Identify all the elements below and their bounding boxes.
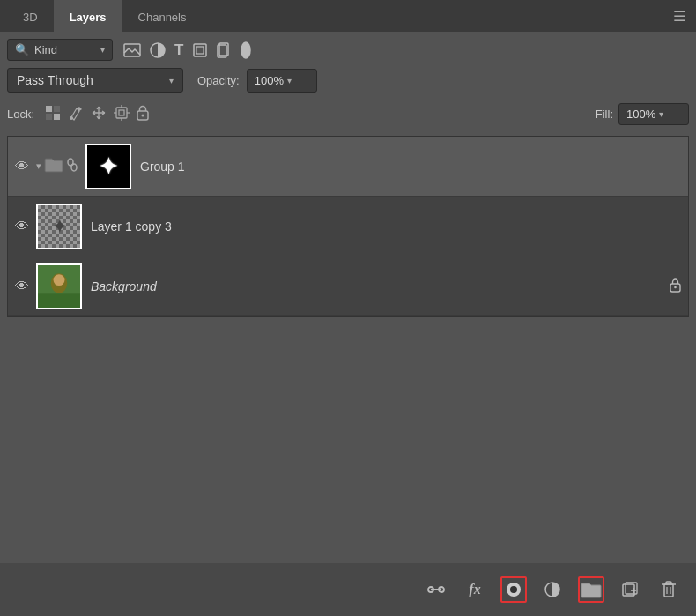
- svg-rect-9: [46, 114, 52, 120]
- blend-mode-arrow: ▾: [169, 76, 174, 85]
- svg-rect-13: [119, 110, 124, 115]
- tab-layers[interactable]: Layers: [54, 0, 122, 32]
- layer-name-group1: Group 1: [140, 160, 681, 174]
- svg-rect-12: [116, 108, 127, 118]
- svg-rect-8: [54, 106, 60, 112]
- visibility-icon-background[interactable]: 👁: [15, 278, 29, 294]
- fill-section: Fill: 100% ▾: [596, 103, 689, 125]
- smart-filter-icon[interactable]: [217, 42, 231, 58]
- layer-thumbnail-group1: ✦: [85, 144, 131, 189]
- fill-label: Fill:: [596, 108, 613, 121]
- new-group-icon[interactable]: [578, 576, 604, 603]
- blend-row: Pass Through ▾ Opacity: 100% ▾: [7, 68, 689, 93]
- chain-link-icon[interactable]: [66, 157, 78, 175]
- svg-rect-10: [54, 114, 60, 120]
- svg-point-11: [70, 116, 73, 120]
- panel-menu-icon[interactable]: ☰: [673, 8, 685, 25]
- lock-row: Lock:: [7, 100, 689, 129]
- layers-panel: 🔍 Kind ▾ T: [0, 32, 696, 317]
- layer-locked-icon: [670, 278, 681, 295]
- expand-arrow-icon[interactable]: ▾: [36, 160, 41, 172]
- lock-paint-icon[interactable]: [68, 105, 84, 123]
- svg-point-19: [142, 115, 144, 117]
- svg-point-28: [674, 286, 677, 288]
- layer-name-layer1copy3: Layer 1 copy 3: [91, 219, 681, 234]
- layer-thumbnail-background: [36, 263, 82, 309]
- shape-filter-icon[interactable]: [192, 42, 208, 58]
- layer-thumbnail-layer1copy3: ✦: [36, 204, 82, 249]
- svg-rect-7: [46, 106, 52, 112]
- folder-icon: [44, 157, 63, 176]
- lock-label: Lock:: [7, 108, 34, 121]
- svg-point-32: [510, 586, 517, 593]
- tab-bar: 3D Layers Channels ☰: [0, 0, 696, 32]
- visibility-icon-group1[interactable]: 👁: [15, 159, 29, 174]
- fill-value: 100%: [626, 108, 655, 121]
- kind-dropdown-arrow: ▾: [100, 45, 105, 55]
- new-adjustment-layer-icon[interactable]: [539, 576, 566, 603]
- lock-artboard-icon[interactable]: [114, 105, 130, 123]
- image-filter-icon[interactable]: [123, 43, 141, 57]
- opacity-dropdown[interactable]: 100% ▾: [247, 69, 317, 93]
- lock-move-icon[interactable]: [91, 105, 107, 123]
- layer-row-background[interactable]: 👁 Background: [8, 256, 688, 316]
- layer-row-layer1copy3[interactable]: 👁 ✦ Layer 1 copy 3: [8, 197, 688, 256]
- svg-rect-3: [196, 47, 204, 54]
- opacity-value: 100%: [255, 74, 284, 87]
- tab-channels[interactable]: Channels: [122, 0, 203, 32]
- fill-arrow: ▾: [659, 109, 663, 119]
- adjustment-filter-icon[interactable]: [150, 42, 166, 58]
- layer-row-group1[interactable]: 👁 ▾ ✦ Group 1: [8, 137, 688, 197]
- lock-transparency-icon[interactable]: [45, 105, 61, 123]
- svg-rect-26: [38, 293, 80, 308]
- visibility-icon-layer1copy3[interactable]: 👁: [15, 219, 29, 234]
- opacity-label: Opacity:: [197, 74, 240, 87]
- tab-3d[interactable]: 3D: [7, 0, 54, 32]
- kind-row: 🔍 Kind ▾ T: [7, 39, 689, 61]
- layer-name-background: Background: [91, 279, 664, 293]
- lock-all-icon[interactable]: [137, 105, 149, 123]
- blend-mode-dropdown[interactable]: Pass Through ▾: [7, 68, 183, 93]
- kind-dropdown[interactable]: 🔍 Kind ▾: [7, 39, 113, 61]
- svg-rect-38: [664, 584, 673, 597]
- svg-point-6: [241, 42, 250, 58]
- layer-list: 👁 ▾ ✦ Group 1: [7, 136, 689, 317]
- text-filter-icon[interactable]: T: [174, 41, 183, 59]
- fill-dropdown[interactable]: 100% ▾: [618, 103, 689, 125]
- filter-icons: T: [123, 41, 252, 59]
- svg-line-22: [70, 164, 74, 166]
- add-layer-mask-icon[interactable]: [500, 576, 527, 603]
- kind-label: Kind: [34, 43, 57, 56]
- create-new-layer-icon[interactable]: [617, 576, 643, 603]
- fx-icon[interactable]: fx: [462, 576, 488, 603]
- svg-rect-2: [194, 44, 206, 56]
- opacity-arrow: ▾: [287, 76, 292, 85]
- group-expand-controls: ▾: [36, 157, 78, 176]
- lock-icons-group: [45, 105, 149, 123]
- blend-mode-value: Pass Through: [17, 73, 93, 87]
- link-layers-icon[interactable]: [423, 576, 449, 603]
- bottom-toolbar: fx: [0, 563, 696, 616]
- pixel-filter-icon[interactable]: [240, 41, 252, 59]
- delete-layer-icon[interactable]: [655, 576, 682, 603]
- search-icon: 🔍: [15, 43, 29, 56]
- svg-point-25: [54, 274, 65, 286]
